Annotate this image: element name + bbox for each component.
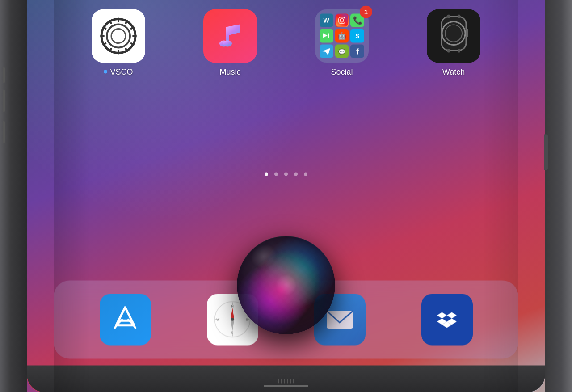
folder-icon-skype: S	[350, 29, 364, 43]
app-watch[interactable]: Watch	[427, 9, 480, 76]
svg-text:W: W	[216, 317, 219, 321]
social-label: Social	[331, 67, 353, 76]
page-indicator	[265, 172, 307, 176]
watch-app-icon[interactable]	[427, 9, 480, 63]
folder-icon-wordpress: W	[320, 13, 333, 27]
vsco-label: VSCO	[110, 67, 133, 76]
svg-rect-43	[447, 49, 450, 53]
folder-icon-instagram	[335, 13, 349, 27]
svg-rect-45	[466, 29, 468, 37]
page-dot-3	[284, 172, 288, 176]
folder-icon-wechat: 💬	[335, 44, 349, 58]
app-vsco[interactable]: VSCO	[92, 9, 145, 76]
appstore-icon-svg	[109, 304, 141, 335]
screen: VSCO	[27, 0, 545, 392]
music-icon-svg	[212, 18, 248, 54]
page-dot-4	[294, 172, 298, 176]
svg-text:f: f	[356, 47, 359, 56]
svg-rect-44	[458, 49, 460, 53]
vsco-dot-indicator	[104, 70, 107, 74]
social-folder-icon[interactable]: W 📞	[315, 9, 369, 63]
bezel-right	[545, 0, 572, 392]
svg-text:🤖: 🤖	[337, 32, 346, 40]
svg-rect-2	[118, 17, 119, 22]
dock-app-appstore[interactable]	[100, 294, 151, 345]
svg-text:S: S	[355, 33, 359, 40]
svg-text:💬: 💬	[338, 48, 346, 56]
page-dot-2	[274, 172, 278, 176]
watch-icon-svg	[435, 15, 473, 57]
siri-orb[interactable]	[237, 236, 335, 334]
folder-icon-facetime	[320, 29, 333, 43]
svg-text:S: S	[231, 330, 233, 334]
siri-glow	[237, 236, 335, 334]
svg-rect-11	[100, 35, 105, 37]
music-label: Music	[219, 67, 240, 76]
svg-marker-62	[447, 312, 457, 318]
app-music[interactable]: Music	[203, 9, 257, 76]
dropbox-icon[interactable]	[421, 294, 473, 345]
svg-rect-41	[447, 15, 450, 18]
app-grid: VSCO	[54, 9, 518, 76]
bezel-left	[0, 0, 27, 392]
vsco-icon-svg	[98, 16, 139, 56]
folder-icon-telegram	[320, 44, 333, 58]
svg-point-14	[111, 29, 126, 43]
phone-frame: VSCO	[0, 0, 572, 392]
svg-text:W: W	[324, 17, 330, 24]
svg-text:📞: 📞	[353, 16, 362, 25]
svg-rect-42	[458, 15, 460, 18]
bezel-bottom	[27, 365, 545, 392]
svg-text:N: N	[231, 304, 233, 308]
siri-orb-inner	[237, 236, 335, 334]
app-social-folder[interactable]: W 📞	[315, 9, 369, 76]
dock-app-dropbox[interactable]	[421, 294, 473, 345]
music-icon[interactable]	[203, 9, 257, 63]
svg-marker-61	[437, 312, 447, 318]
vsco-icon[interactable]	[92, 9, 145, 63]
folder-icon-facebook: f	[350, 44, 364, 58]
svg-point-22	[344, 17, 345, 18]
watch-label: Watch	[442, 67, 465, 76]
page-dot-1	[265, 172, 268, 176]
svg-rect-8	[118, 50, 119, 54]
svg-point-16	[223, 40, 232, 46]
dropbox-icon-svg	[430, 303, 464, 336]
folder-icon-reddit: 🤖	[335, 29, 349, 43]
svg-point-1	[107, 24, 130, 47]
power-button[interactable]	[544, 134, 548, 170]
page-dot-5	[304, 172, 307, 176]
appstore-icon[interactable]	[100, 294, 151, 345]
svg-rect-5	[132, 35, 137, 37]
svg-rect-19	[336, 14, 348, 26]
vsco-label-container: VSCO	[104, 67, 133, 76]
social-badge: 1	[360, 5, 372, 18]
svg-point-59	[231, 318, 234, 321]
svg-rect-27	[328, 34, 329, 38]
